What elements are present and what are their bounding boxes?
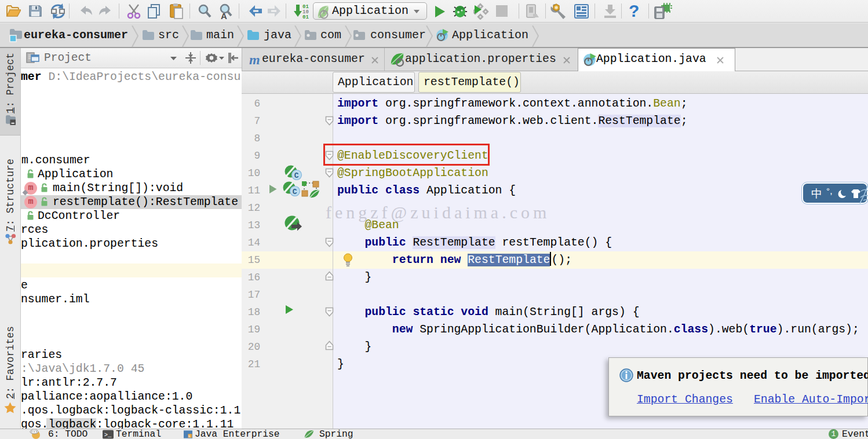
svg-text:01: 01	[302, 14, 309, 20]
svg-text:A: A	[221, 11, 227, 20]
svg-text:E: E	[188, 434, 191, 438]
svg-text:C: C	[294, 171, 299, 180]
svg-text:C: C	[293, 188, 297, 196]
svg-text:>_: >_	[104, 431, 112, 438]
